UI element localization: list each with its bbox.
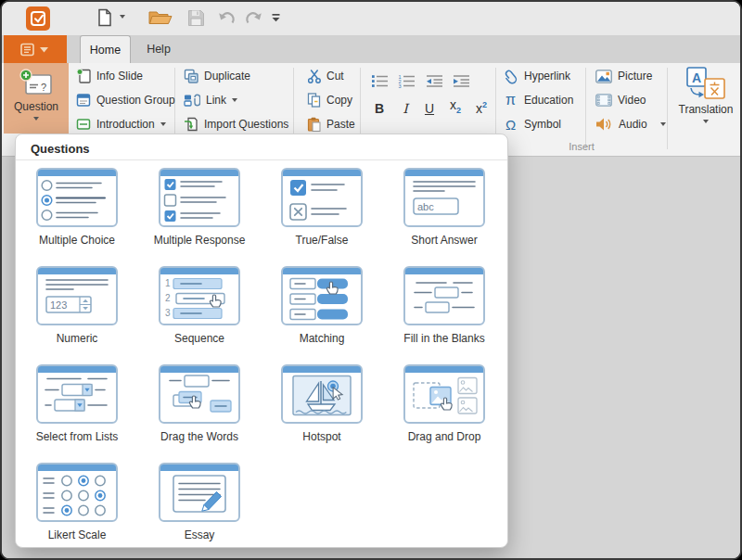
numbered-list-button[interactable]: 123 bbox=[398, 70, 416, 91]
sequence-number-2: 2 bbox=[165, 293, 171, 303]
pi-icon: π bbox=[503, 92, 518, 108]
superscript-button[interactable]: x2 bbox=[471, 96, 492, 115]
question-type-select-from-lists[interactable] bbox=[36, 364, 118, 424]
chevron-down-icon bbox=[232, 98, 237, 102]
paste-button[interactable]: Paste bbox=[307, 114, 355, 134]
file-menu-icon bbox=[19, 43, 51, 57]
link-button[interactable]: Link bbox=[184, 90, 237, 110]
hyperlink-label: Hyperlink bbox=[524, 70, 570, 83]
bold-button[interactable]: B bbox=[369, 96, 390, 115]
question-type-hotspot[interactable] bbox=[281, 364, 363, 424]
multiple-choice-illustration bbox=[38, 176, 116, 225]
sequence-number-3: 3 bbox=[165, 308, 171, 318]
multiple-response-illustration bbox=[160, 176, 238, 225]
save-button[interactable] bbox=[187, 9, 205, 27]
redo-icon bbox=[244, 10, 263, 26]
card-header-bar bbox=[38, 366, 116, 373]
card-header-bar bbox=[160, 465, 238, 471]
copy-label: Copy bbox=[326, 94, 352, 107]
drag-and-drop-illustration bbox=[405, 373, 483, 422]
superscript-digit: 2 bbox=[482, 100, 487, 109]
question-type-multiple-response[interactable] bbox=[159, 168, 240, 227]
question-type-matching[interactable] bbox=[281, 266, 363, 325]
education-button[interactable]: π Education bbox=[503, 90, 573, 110]
question-card-label: Hotspot bbox=[261, 430, 383, 443]
translation-label: Translation bbox=[679, 103, 734, 116]
question-type-true-false[interactable] bbox=[281, 168, 363, 227]
info-slide-label: Info Slide bbox=[96, 70, 143, 83]
introduction-label: Introduction bbox=[96, 118, 155, 131]
decrease-indent-button[interactable] bbox=[426, 70, 443, 91]
italic-button[interactable]: I bbox=[395, 96, 416, 115]
question-type-drag-the-words[interactable] bbox=[159, 364, 240, 424]
picture-icon bbox=[595, 70, 612, 83]
application-window: Home Help ? Question Info Slide bbox=[0, 0, 742, 560]
cut-button[interactable]: Cut bbox=[308, 66, 344, 86]
question-type-fill-in-the-blanks[interactable] bbox=[403, 266, 485, 325]
translation-button[interactable]: A Translation bbox=[672, 63, 740, 134]
link-icon bbox=[184, 93, 200, 108]
card-header-bar bbox=[405, 366, 483, 373]
tab-help[interactable]: Help bbox=[135, 35, 182, 63]
svg-text:3: 3 bbox=[399, 83, 402, 87]
question-card-label: Likert Scale bbox=[16, 528, 138, 541]
question-group-label: Question Group bbox=[96, 94, 175, 107]
title-bar bbox=[2, 2, 740, 35]
omega-icon: Ω bbox=[503, 117, 518, 133]
italic-label: I bbox=[403, 102, 408, 115]
app-logo-icon bbox=[26, 6, 50, 31]
question-button[interactable]: ? Question bbox=[4, 63, 69, 134]
new-document-dropdown[interactable] bbox=[120, 15, 125, 19]
info-slide-button[interactable]: Info Slide bbox=[76, 66, 143, 86]
tab-home-label: Home bbox=[90, 44, 121, 57]
video-button[interactable]: Video bbox=[595, 90, 646, 110]
picture-button[interactable]: Picture bbox=[595, 66, 652, 86]
select-from-lists-illustration bbox=[38, 373, 116, 422]
underline-button[interactable]: U bbox=[419, 96, 440, 115]
duplicate-icon bbox=[184, 69, 198, 83]
redo-button[interactable] bbox=[244, 10, 263, 26]
subscript-button[interactable]: x2 bbox=[445, 96, 466, 115]
copy-icon bbox=[307, 93, 321, 108]
import-questions-button[interactable]: Import Questions bbox=[184, 114, 288, 134]
open-folder-icon bbox=[148, 9, 173, 26]
info-slide-icon bbox=[76, 69, 91, 83]
symbol-button[interactable]: Ω Symbol bbox=[503, 114, 561, 134]
question-type-drag-and-drop[interactable] bbox=[403, 364, 485, 424]
card-header-bar bbox=[160, 170, 238, 176]
symbol-label: Symbol bbox=[524, 118, 561, 131]
question-group-button[interactable]: Question Group bbox=[76, 90, 175, 110]
question-type-multiple-choice[interactable] bbox=[36, 168, 118, 227]
decrease-indent-icon bbox=[426, 74, 443, 88]
numeric-illustration: 123 bbox=[38, 274, 116, 324]
question-type-likert-scale[interactable] bbox=[36, 463, 118, 522]
increase-indent-button[interactable] bbox=[453, 70, 470, 91]
introduction-button[interactable]: Introduction bbox=[76, 114, 166, 134]
add-question-icon: ? bbox=[18, 68, 55, 98]
question-type-numeric[interactable]: 123 bbox=[36, 266, 118, 325]
chevron-down-icon bbox=[33, 117, 39, 121]
sequence-illustration: 1 2 3 bbox=[160, 274, 238, 324]
duplicate-button[interactable]: Duplicate bbox=[184, 66, 250, 86]
hyperlink-button[interactable]: Hyperlink bbox=[503, 66, 570, 86]
question-card-label: Sequence bbox=[138, 332, 261, 345]
translation-icon: A bbox=[686, 67, 725, 100]
question-type-essay[interactable] bbox=[159, 463, 240, 522]
question-type-sequence[interactable]: 1 2 3 bbox=[159, 266, 240, 325]
new-document-button[interactable] bbox=[96, 8, 113, 27]
fill-in-the-blanks-illustration bbox=[405, 274, 483, 324]
questions-panel: Questions bbox=[15, 134, 508, 548]
file-menu-button[interactable] bbox=[4, 35, 67, 63]
question-card-label: Select from Lists bbox=[16, 430, 138, 443]
open-button[interactable] bbox=[148, 9, 173, 26]
bullet-list-button[interactable] bbox=[371, 70, 389, 91]
question-type-short-answer[interactable]: abc bbox=[403, 168, 485, 227]
copy-button[interactable]: Copy bbox=[307, 90, 352, 110]
chevron-down-icon bbox=[660, 122, 666, 126]
customize-quick-access-button[interactable] bbox=[271, 13, 281, 23]
tab-home[interactable]: Home bbox=[80, 35, 131, 63]
increase-indent-icon bbox=[453, 74, 470, 88]
question-card-label: Numeric bbox=[16, 332, 138, 345]
audio-button[interactable]: Audio bbox=[595, 114, 666, 134]
undo-button[interactable] bbox=[217, 10, 237, 26]
